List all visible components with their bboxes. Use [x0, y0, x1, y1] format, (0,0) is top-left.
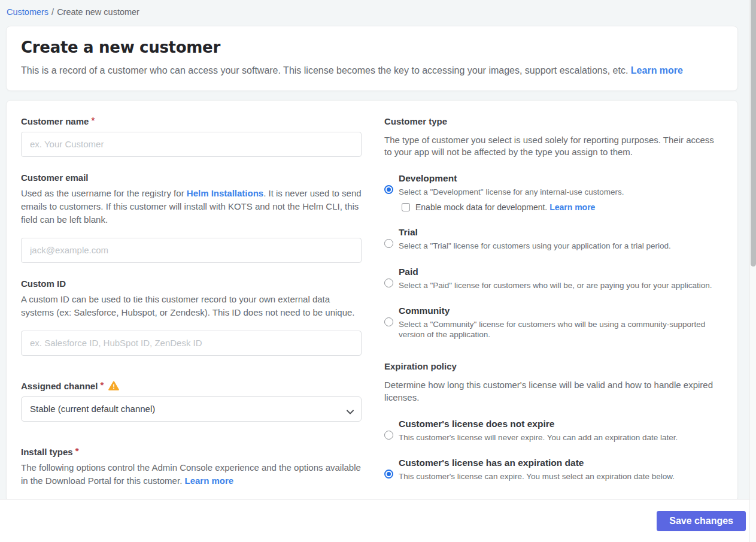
mock-data-label-text: Enable mock data for development. — [415, 202, 547, 212]
required-asterisk: * — [91, 115, 95, 125]
trial-option-body: Trial Select a "Trial" license for custo… — [399, 227, 671, 251]
development-option-label[interactable]: Development — [399, 173, 624, 184]
email-desc-before: Used as the username for the registry fo… — [21, 188, 187, 198]
has-date-option-body: Customer's license has an expiration dat… — [399, 458, 675, 482]
customer-type-description: The type of customer you select is used … — [384, 134, 723, 159]
warning-icon — [108, 381, 119, 390]
assigned-channel-label: Assigned channel * — [21, 381, 362, 391]
mock-data-checkbox-label: Enable mock data for development. Learn … — [415, 202, 595, 212]
form-right-column: Customer type The type of customer you s… — [384, 116, 723, 485]
trial-option-description: Select a "Trial" license for customers u… — [399, 241, 671, 251]
page-title: Create a new customer — [21, 38, 723, 56]
has-date-option-label[interactable]: Customer's license has an expiration dat… — [399, 458, 675, 468]
no-expire-option-description: This customer's license will never expir… — [399, 432, 678, 443]
install-types-learn-more-link[interactable]: Learn more — [184, 476, 233, 486]
page-description: This is a record of a customer who can a… — [21, 64, 723, 77]
custom-id-group: Custom ID A custom ID can be used to tie… — [21, 278, 362, 356]
assigned-channel-label-text: Assigned channel — [21, 381, 98, 391]
paid-option-label[interactable]: Paid — [399, 267, 712, 277]
mock-data-checkbox[interactable] — [402, 203, 410, 211]
customer-email-label: Customer email — [21, 172, 362, 183]
paid-option-body: Paid Select a "Paid" license for custome… — [399, 267, 712, 290]
radio-development[interactable] — [384, 185, 393, 194]
paid-option-description: Select a "Paid" license for customers wh… — [399, 280, 712, 290]
create-customer-page: Customers/Create new customer Create a n… — [0, 0, 756, 542]
custom-id-input[interactable] — [21, 331, 362, 356]
breadcrumb-separator: / — [51, 7, 54, 17]
expiration-option-has-date: Customer's license has an expiration dat… — [384, 458, 723, 482]
install-types-label: Install types * — [21, 447, 362, 457]
customer-type-option-paid: Paid Select a "Paid" license for custome… — [384, 267, 723, 290]
assigned-channel-select-wrap: Stable (current default channel) — [21, 396, 362, 422]
radio-license-has-expiration[interactable] — [384, 470, 393, 479]
expiration-policy-section: Expiration policy Determine how long thi… — [384, 361, 723, 482]
expiration-option-no-expire: Customer's license does not expire This … — [384, 419, 723, 443]
page-header-card: Create a new customer This is a record o… — [6, 26, 738, 91]
breadcrumb-customers-link[interactable]: Customers — [7, 7, 48, 17]
mock-data-learn-more-link[interactable]: Learn more — [549, 202, 595, 212]
install-types-group: Install types * The following options co… — [21, 447, 362, 488]
assigned-channel-group: Assigned channel * Stable (current defau… — [21, 381, 362, 422]
radio-community[interactable] — [384, 317, 393, 326]
community-option-body: Community Select a "Community" license f… — [399, 305, 723, 340]
customer-name-input[interactable] — [21, 132, 362, 157]
community-option-description: Select a "Community" license for custome… — [399, 319, 723, 340]
customer-name-label-text: Customer name — [21, 116, 89, 126]
expiration-policy-heading: Expiration policy — [384, 361, 723, 371]
expiration-policy-description: Determine how long this customer's licen… — [384, 379, 723, 404]
community-option-label[interactable]: Community — [399, 305, 723, 316]
required-asterisk: * — [100, 380, 104, 390]
helm-installations-link[interactable]: Helm Installations — [187, 188, 263, 198]
mock-data-checkbox-row: Enable mock data for development. Learn … — [402, 202, 624, 212]
customer-name-label: Customer name * — [21, 116, 362, 126]
no-expire-option-label[interactable]: Customer's license does not expire — [399, 419, 678, 429]
install-types-description: The following options control the Admin … — [21, 461, 362, 488]
customer-type-option-development: Development Select a "Development" licen… — [384, 173, 723, 212]
radio-trial[interactable] — [384, 239, 393, 248]
radio-paid[interactable] — [384, 278, 393, 287]
custom-id-label-text: Custom ID — [21, 278, 66, 289]
custom-id-label: Custom ID — [21, 278, 362, 289]
customer-email-description: Used as the username for the registry fo… — [21, 187, 362, 226]
page-description-text: This is a record of a customer who can a… — [21, 65, 628, 75]
form-left-column: Customer name * Customer email Used as t… — [21, 116, 362, 485]
trial-option-label[interactable]: Trial — [399, 227, 671, 238]
radio-license-no-expire[interactable] — [384, 431, 393, 440]
scrollbar-thumb[interactable] — [751, 0, 756, 267]
breadcrumb-current: Create new customer — [57, 7, 139, 17]
assigned-channel-select[interactable]: Stable (current default channel) — [21, 396, 362, 422]
has-date-option-description: This customer's license can expire. You … — [399, 471, 675, 482]
customer-email-input[interactable] — [21, 238, 362, 263]
customer-form-card: Customer name * Customer email Used as t… — [6, 100, 738, 501]
development-option-description: Select a "Development" license for any i… — [399, 187, 624, 197]
page-scrollbar[interactable] — [749, 0, 756, 542]
customer-email-group: Customer email Used as the username for … — [21, 172, 362, 263]
install-types-label-text: Install types — [21, 447, 73, 457]
header-learn-more-link[interactable]: Learn more — [631, 65, 683, 75]
save-changes-button[interactable]: Save changes — [657, 511, 746, 531]
no-expire-option-body: Customer's license does not expire This … — [399, 419, 678, 443]
customer-email-label-text: Customer email — [21, 172, 89, 183]
customer-type-option-trial: Trial Select a "Trial" license for custo… — [384, 227, 723, 251]
development-option-body: Development Select a "Development" licen… — [399, 173, 624, 212]
customer-type-heading: Customer type — [384, 116, 723, 126]
customer-name-group: Customer name * — [21, 116, 362, 157]
custom-id-description: A custom ID can be used to tie this cust… — [21, 293, 362, 319]
breadcrumb: Customers/Create new customer — [0, 0, 756, 17]
required-asterisk: * — [75, 446, 79, 456]
form-footer: Save changes — [0, 499, 756, 542]
customer-type-option-community: Community Select a "Community" license f… — [384, 305, 723, 340]
